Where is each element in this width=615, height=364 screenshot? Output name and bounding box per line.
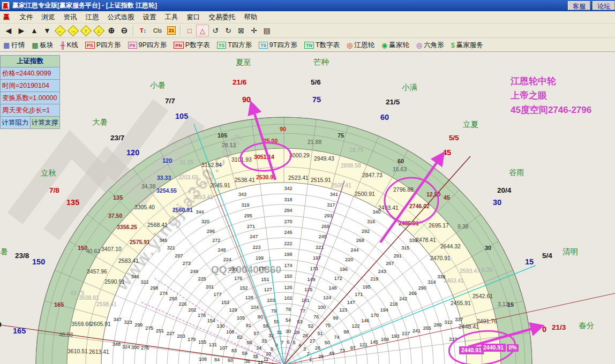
menu-item-4[interactable]: 公式选股 bbox=[103, 12, 139, 22]
box-x-icon[interactable]: ⊠ bbox=[235, 25, 248, 36]
svg-text:108: 108 bbox=[199, 357, 207, 362]
diamond-down-icon[interactable]: ↓ bbox=[92, 25, 105, 36]
tool-kline[interactable]: ╫K线 bbox=[61, 41, 78, 50]
nav-down-icon[interactable]: ▼ bbox=[41, 25, 54, 36]
zoom-in-icon[interactable]: ⊕ bbox=[105, 25, 118, 36]
calc-support-button[interactable]: 计算支撑 bbox=[31, 117, 60, 128]
svg-text:34.38: 34.38 bbox=[141, 183, 155, 189]
tool-p-square[interactable]: PSP四方形 bbox=[85, 41, 121, 50]
svg-text:28.13: 28.13 bbox=[222, 142, 236, 148]
annotation-line-3: 45度空间2746-2796 bbox=[511, 103, 591, 117]
svg-text:3051.14: 3051.14 bbox=[254, 154, 274, 160]
svg-text:128: 128 bbox=[245, 295, 253, 300]
customer-service-button[interactable]: 客服 bbox=[568, 1, 590, 10]
svg-text:清明: 清明 bbox=[562, 247, 578, 256]
svg-text:26: 26 bbox=[315, 345, 320, 351]
menu-item-1[interactable]: 浏览 bbox=[38, 12, 59, 22]
svg-text:177: 177 bbox=[214, 292, 222, 297]
info-panel: 上证指数 价格=2440.9099时间=20190104变换系数=1.00000… bbox=[0, 55, 60, 129]
svg-text:296: 296 bbox=[207, 229, 215, 234]
svg-text:芒种: 芒种 bbox=[313, 58, 329, 66]
svg-text:343: 343 bbox=[238, 192, 246, 197]
board-icon[interactable]: ▤ bbox=[260, 25, 273, 36]
svg-text:145: 145 bbox=[370, 339, 378, 345]
9t-square-icon: T9 bbox=[259, 42, 268, 49]
menu-item-5[interactable]: 设置 bbox=[139, 12, 161, 22]
annotation-line-2: 上帝之眼 bbox=[511, 88, 591, 103]
svg-text:316: 316 bbox=[367, 219, 375, 224]
crosshair-icon[interactable]: ✛ bbox=[248, 25, 260, 36]
tool-winner-wheel[interactable]: ◉赢家轮 bbox=[381, 41, 409, 50]
svg-text:52: 52 bbox=[308, 323, 313, 329]
square-tool-icon[interactable]: □ bbox=[183, 25, 196, 36]
svg-text:242: 242 bbox=[399, 296, 407, 301]
svg-text:173: 173 bbox=[310, 266, 318, 271]
tool-p-table[interactable]: PNP数字表 bbox=[174, 41, 209, 50]
svg-text:135: 135 bbox=[113, 194, 123, 201]
svg-text:大暑: 大暑 bbox=[92, 118, 108, 126]
rotate-cw-icon[interactable]: ↻ bbox=[222, 25, 235, 36]
menu-item-2[interactable]: 资讯 bbox=[59, 12, 81, 22]
svg-text:341: 341 bbox=[330, 192, 338, 197]
svg-text:10: 10 bbox=[266, 351, 271, 357]
svg-text:28: 28 bbox=[303, 333, 308, 338]
menu-item-7[interactable]: 窗口 bbox=[183, 12, 205, 22]
tool-t-square[interactable]: TST四方形 bbox=[217, 41, 252, 50]
tool-sectors[interactable]: ▩板块 bbox=[32, 41, 53, 50]
p-table-icon: PN bbox=[174, 42, 184, 49]
menu-item-6[interactable]: 工具 bbox=[161, 12, 183, 22]
svg-text:299: 299 bbox=[134, 322, 142, 328]
svg-text:273: 273 bbox=[183, 261, 191, 266]
rotate-ccw-icon[interactable]: ↺ bbox=[209, 25, 222, 36]
menu-item-8[interactable]: 交易委托 bbox=[205, 12, 240, 22]
svg-text:3407.10: 3407.10 bbox=[101, 246, 122, 252]
svg-text:227: 227 bbox=[167, 331, 175, 336]
zoom-out-icon[interactable]: ⊖ bbox=[118, 25, 131, 36]
tool-t-table[interactable]: TNT数字表 bbox=[304, 41, 340, 50]
menu-item-9[interactable]: 帮助 bbox=[240, 12, 262, 22]
tool-quotes[interactable]: ▦行情 bbox=[3, 41, 25, 50]
winner-wheel-icon: ◉ bbox=[381, 41, 387, 49]
nav-right-icon[interactable]: ▶ bbox=[15, 25, 28, 36]
svg-text:2515.91: 2515.91 bbox=[311, 177, 331, 183]
nav-up-icon[interactable]: ▲ bbox=[28, 25, 41, 36]
svg-text:218: 218 bbox=[390, 301, 398, 307]
calendar-icon[interactable]: 21 bbox=[165, 25, 178, 36]
svg-text:323: 323 bbox=[124, 320, 132, 325]
svg-text:290: 290 bbox=[418, 285, 426, 291]
wheel-annotation-text: 江恩轮中轮 上帝之眼 45度空间2746-2796 bbox=[511, 74, 591, 117]
t-updown-icon[interactable]: T↕ bbox=[136, 25, 150, 36]
svg-text:223: 223 bbox=[253, 245, 261, 250]
gann-wheel-icon: ◎ bbox=[347, 41, 352, 49]
svg-text:265: 265 bbox=[423, 325, 431, 331]
svg-text:20/4: 20/4 bbox=[497, 186, 512, 194]
svg-text:2593.47: 2593.47 bbox=[460, 268, 480, 274]
triangle-tool-icon[interactable]: △ bbox=[196, 25, 209, 36]
tool-9t-square[interactable]: T99T四方形 bbox=[259, 41, 297, 50]
diamond-right-icon[interactable]: → bbox=[66, 25, 79, 36]
nav-left-icon[interactable]: ◀ bbox=[2, 25, 15, 36]
chart-area: www.yingjia360.comQQ:1004003601234567891… bbox=[0, 52, 615, 364]
tool-winner-service[interactable]: $赢家服务 bbox=[451, 41, 483, 50]
menu-item-0[interactable]: 文件 bbox=[16, 12, 38, 22]
menu-item-3[interactable]: 江恩 bbox=[81, 12, 103, 22]
diamond-left-icon[interactable]: ← bbox=[54, 25, 66, 36]
tool-gann-wheel[interactable]: ◎江恩轮 bbox=[347, 41, 374, 50]
menu-logo-icon: 赢 bbox=[3, 13, 10, 22]
svg-text:165: 165 bbox=[54, 301, 64, 308]
svg-text:18.75: 18.75 bbox=[349, 147, 363, 153]
svg-text:6: 6 bbox=[287, 339, 289, 345]
svg-text:317: 317 bbox=[327, 202, 335, 208]
svg-text:60: 60 bbox=[228, 358, 233, 363]
tool-hexagon[interactable]: ◎六角形 bbox=[416, 41, 444, 50]
calc-resistance-button[interactable]: 计算阻力 bbox=[1, 117, 31, 128]
tool-9p-square[interactable]: P99P四方形 bbox=[128, 41, 167, 50]
svg-text:80: 80 bbox=[258, 314, 263, 320]
forum-button[interactable]: 论坛 bbox=[592, 1, 615, 10]
application-window: 赢 赢家江恩专业版[赢家服务平台] - [上证指数 江恩轮] 客服 论坛 赢 文… bbox=[0, 0, 615, 364]
cls-icon[interactable]: Cls bbox=[150, 25, 165, 36]
svg-text:59: 59 bbox=[242, 351, 248, 356]
diamond-up-icon[interactable]: ↑ bbox=[79, 25, 92, 36]
tools-toolbar: ▦行情▩板块╫K线PSP四方形P99P四方形PNP数字表TST四方形T99T四方… bbox=[0, 39, 615, 52]
svg-text:0: 0 bbox=[542, 325, 546, 333]
